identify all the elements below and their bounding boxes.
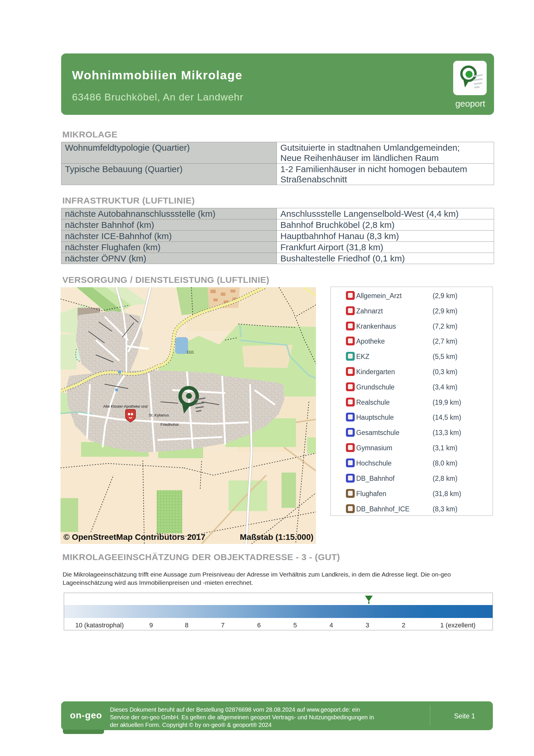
- svg-text:Friedhofstr.: Friedhofstr.: [160, 422, 180, 427]
- svg-text:St. Kylianus: St. Kylianus: [149, 413, 169, 418]
- svg-text:1111: 1111: [186, 350, 194, 354]
- svg-text:Alte Kloster-Apotheke und: Alte Kloster-Apotheke und: [103, 404, 148, 409]
